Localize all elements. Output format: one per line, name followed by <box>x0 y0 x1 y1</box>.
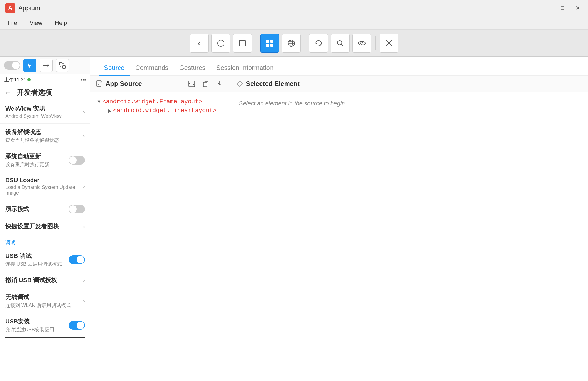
app-source-header: App Source <box>90 76 231 92</box>
inspect-button[interactable] <box>260 34 279 53</box>
menu-help[interactable]: Help <box>53 18 69 28</box>
list-item-demo: 演示模式 <box>0 200 90 218</box>
minimize-button[interactable]: ─ <box>543 3 552 13</box>
selected-element-header: Selected Element <box>231 76 588 92</box>
chevron-right-icon: › <box>83 298 85 304</box>
list-item-wireless-debug-subtitle: 连接到 WLAN 后启用调试模式 <box>5 302 71 309</box>
selected-element-label: Selected Element <box>246 80 300 88</box>
swipe-mode-button[interactable] <box>40 59 53 72</box>
list-item-revoke-usb[interactable]: 撤消 USB 调试授权 › <box>0 272 90 289</box>
toggle-usb-install[interactable] <box>69 321 85 330</box>
search-button[interactable] <box>331 34 350 53</box>
chevron-right-icon: › <box>83 223 85 230</box>
home-button[interactable] <box>211 34 230 53</box>
svg-point-14 <box>361 42 363 44</box>
chevron-right-icon: › <box>83 277 85 283</box>
tree-node-framelayout[interactable]: ▼ <android.widget.FrameLayout> <box>96 97 225 106</box>
tab-commands[interactable]: Commands <box>130 61 174 76</box>
app-title: Appium <box>18 4 40 12</box>
device-back-arrow[interactable]: ← <box>4 88 11 97</box>
svg-point-0 <box>218 40 224 46</box>
svg-rect-28 <box>203 82 207 87</box>
list-item-unlock-subtitle: 查看当前设备的解锁状态 <box>5 137 59 143</box>
expand-mode-button[interactable] <box>56 59 69 72</box>
list-item-usb-install-title: USB安装 <box>5 318 54 326</box>
menu-file[interactable]: File <box>5 18 19 28</box>
list-item-usbdebug-subtitle: 连接 USB 后启用调试模式 <box>5 261 62 267</box>
toolbar-separator-3 <box>375 36 376 50</box>
selected-element-title: Selected Element <box>236 80 300 88</box>
svg-rect-3 <box>270 40 273 43</box>
chevron-right-icon: › <box>83 109 85 115</box>
expand-to-code-button[interactable] <box>186 78 197 89</box>
list-item-autoupdate: 系统自动更新 设备重启时执行更新 <box>0 148 90 172</box>
select-mode-button[interactable] <box>23 59 36 72</box>
list-item-webview[interactable]: WebView 实现 Android System WebView › <box>0 100 90 124</box>
toolbar: ‹ <box>0 30 588 57</box>
tree-tag-linearlayout[interactable]: <android.widget.LinearLayout> <box>113 107 217 114</box>
menu-bar: File View Help <box>0 16 588 30</box>
tab-gestures[interactable]: Gestures <box>174 61 211 76</box>
list-item-quicktile[interactable]: 快捷设置开发者图块 › <box>0 218 90 235</box>
list-item-webview-subtitle: Android System WebView <box>5 113 61 119</box>
download-button[interactable] <box>214 78 225 89</box>
svg-rect-5 <box>270 44 273 47</box>
svg-rect-18 <box>59 62 62 65</box>
list-item-dsu[interactable]: DSU Loader Load a Dynamic System Update … <box>0 172 90 200</box>
toggle-autoupdate[interactable] <box>69 156 85 165</box>
device-status-bar: 上午11:31 ▪️▪️▪️ <box>0 74 90 85</box>
menu-view[interactable]: View <box>27 18 44 28</box>
list-item-autoupdate-subtitle: 设备重启时执行更新 <box>5 161 49 168</box>
app-source-panel: App Source <box>90 76 231 381</box>
maximize-button[interactable]: □ <box>558 3 567 13</box>
panel-header-actions <box>186 78 225 89</box>
app-source-title: App Source <box>96 80 142 88</box>
refresh-button[interactable] <box>309 34 328 53</box>
tab-session-information[interactable]: Session Information <box>211 61 279 76</box>
list-item-revoke-usb-title: 撤消 USB 调试授权 <box>5 276 57 284</box>
overview-button[interactable] <box>233 34 252 53</box>
section-debug-label: 调试 <box>0 235 90 248</box>
list-item-wireless-debug[interactable]: 无线调试 连接到 WLAN 后启用调试模式 › <box>0 289 90 313</box>
session-close-button[interactable] <box>380 34 398 53</box>
toggle-usbdebug[interactable] <box>69 255 85 264</box>
tree-child-linearlayout: ▶ <android.widget.LinearLayout> <box>107 106 225 115</box>
toolbar-separator-2 <box>305 36 305 50</box>
selected-element-panel: Selected Element Select an element in th… <box>231 76 588 381</box>
title-bar-left: A Appium <box>5 3 40 13</box>
copy-button[interactable] <box>200 78 211 89</box>
toggle-demo[interactable] <box>69 205 85 213</box>
tree-tag-framelayout[interactable]: <android.widget.FrameLayout> <box>102 98 202 105</box>
device-time: 上午11:31 <box>4 76 26 83</box>
svg-rect-2 <box>266 40 269 43</box>
divider-line <box>5 337 85 338</box>
chevron-right-icon: › <box>83 183 85 189</box>
close-button[interactable]: ✕ <box>573 3 583 13</box>
tree-expand-icon-child[interactable]: ▶ <box>107 108 113 114</box>
web-button[interactable] <box>282 34 301 53</box>
list-item-unlock[interactable]: 设备解锁状态 查看当前设备的解锁状态 › <box>0 124 90 148</box>
tab-source[interactable]: Source <box>99 61 130 76</box>
app-source-label: App Source <box>106 80 142 88</box>
device-screen: 上午11:31 ▪️▪️▪️ ← 开发者选项 WebView 实现 Androi… <box>0 74 90 381</box>
list-item-demo-title: 演示模式 <box>5 205 29 213</box>
list-item-unlock-title: 设备解锁状态 <box>5 128 59 136</box>
eye-button[interactable] <box>352 34 371 53</box>
tree-expand-icon[interactable]: ▼ <box>96 99 102 105</box>
list-item-wireless-debug-title: 无线调试 <box>5 293 71 301</box>
list-item-webview-title: WebView 实现 <box>5 105 61 113</box>
toolbar-separator-1 <box>256 36 256 50</box>
svg-line-12 <box>341 44 343 46</box>
panels-container: App Source <box>90 76 588 381</box>
svg-rect-26 <box>189 81 195 87</box>
app-icon: A <box>5 3 15 13</box>
device-panel: 上午11:31 ▪️▪️▪️ ← 开发者选项 WebView 实现 Androi… <box>0 57 90 381</box>
main-container: 上午11:31 ▪️▪️▪️ ← 开发者选项 WebView 实现 Androi… <box>0 57 588 381</box>
inspector-toggle[interactable] <box>4 61 20 70</box>
tabs-bar: Source Commands Gestures Session Informa… <box>90 57 588 76</box>
tree-node-linearlayout[interactable]: ▶ <android.widget.LinearLayout> <box>107 106 225 115</box>
list-item-usbdebug-title: USB 调试 <box>5 252 62 260</box>
device-back-row: ← 开发者选项 <box>0 85 90 100</box>
chevron-right-icon: › <box>83 133 85 139</box>
back-button[interactable]: ‹ <box>190 34 209 53</box>
